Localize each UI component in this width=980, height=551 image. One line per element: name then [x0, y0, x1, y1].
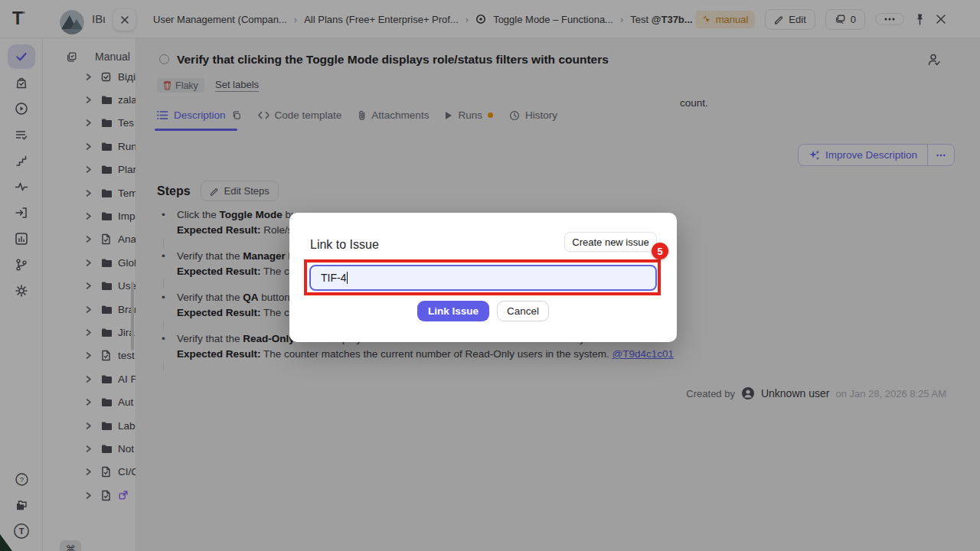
annotation-highlight-rect	[304, 259, 661, 295]
app-root: T' IBι User Management (Compan... › All …	[0, 0, 980, 551]
cancel-button[interactable]: Cancel	[497, 301, 549, 321]
modal-title: Link to Issue	[310, 238, 379, 252]
annotation-step-badge: 5	[652, 243, 668, 259]
create-new-issue-button[interactable]: Create new issue	[564, 232, 657, 252]
link-issue-button[interactable]: Link Issue	[417, 301, 489, 321]
